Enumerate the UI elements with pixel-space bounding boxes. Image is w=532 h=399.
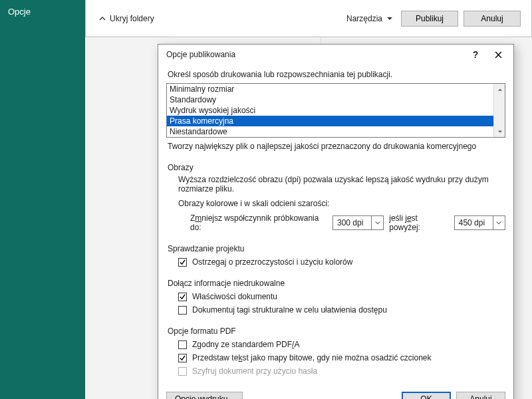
doc-properties-label: Właściwości dokumentu	[192, 292, 277, 301]
chevron-up-icon	[99, 15, 106, 22]
downsample-dpi-combo[interactable]: 300 dpi	[332, 215, 384, 230]
quality-listbox[interactable]: Minimalny rozmiarStandardowyWydruk wysok…	[166, 83, 505, 138]
ok-button[interactable]: OK	[402, 392, 451, 399]
publish-button[interactable]: Publikuj	[401, 11, 458, 27]
section-obrazy-header: Obrazy	[168, 163, 504, 172]
obrazy-intro: Wyższa rozdzielczość obrazu (dpi) pozwal…	[178, 175, 505, 194]
checkbox-icon	[178, 367, 187, 376]
encrypt-label: Szyfruj dokument przy użyciu hasła	[192, 366, 317, 376]
warn-transparency-label: Ostrzegaj o przezroczystości i użyciu ko…	[192, 257, 352, 267]
listbox-scrollbar[interactable]	[493, 84, 505, 137]
downsample-label: Zmniejsz współczynnik próbkowania do:	[190, 213, 327, 232]
pdfa-checkbox[interactable]: Zgodny ze standardem PDF/A	[178, 340, 505, 349]
encrypt-checkbox: Szyfruj dokument przy użyciu hasła	[178, 366, 505, 376]
listbox-item[interactable]: Standardowy	[167, 94, 493, 105]
text-as-bitmap-label: Przedstaw tekst jako mapy bitowe, gdy ni…	[192, 353, 432, 362]
cancel-button[interactable]: Anuluj	[456, 392, 505, 399]
above-dpi-value: 450 dpi	[455, 218, 493, 227]
checkbox-icon	[178, 306, 187, 315]
pdfa-label: Zgodny ze standardem PDF/A	[192, 340, 299, 349]
obrazy-color-label: Obrazy kolorowe i w skali odcieni szaroś…	[178, 199, 505, 208]
section-niedruk-header: Dołącz informacje niedrukowalne	[168, 279, 504, 288]
listbox-item[interactable]: Wydruk wysokiej jakości	[167, 105, 493, 116]
quality-description: Tworzy największy plik o najlepszej jako…	[168, 142, 504, 151]
section-pdf-header: Opcje formatu PDF	[168, 327, 504, 336]
scroll-down-icon[interactable]	[494, 126, 505, 137]
backstage-item-opcje[interactable]: Opcje	[0, 0, 85, 23]
dialog-title: Opcje publikowania	[166, 50, 464, 59]
hide-folders-toggle[interactable]: Ukryj foldery	[99, 14, 346, 23]
above-label: jeśli jest powyżej:	[389, 213, 448, 232]
listbox-item[interactable]: Prasa komercyjna	[167, 116, 493, 126]
cancel-button[interactable]: Anuluj	[464, 11, 521, 27]
section-projekt-header: Sprawdzanie projektu	[168, 244, 504, 253]
doc-properties-checkbox[interactable]: Właściwości dokumentu	[178, 292, 505, 301]
hide-folders-label: Ukryj foldery	[110, 14, 154, 23]
backstage-left-rail: Opcje	[0, 0, 85, 399]
checkbox-icon	[178, 293, 187, 301]
tools-label: Narzędzia	[346, 14, 382, 23]
downsample-dpi-value: 300 dpi	[333, 218, 371, 227]
checkbox-icon	[178, 354, 187, 362]
listbox-item[interactable]: Minimalny rozmiar	[167, 84, 493, 94]
listbox-item[interactable]: Niestandardowe	[167, 126, 493, 137]
checkbox-icon	[178, 340, 187, 349]
caret-down-icon	[493, 216, 505, 229]
close-button[interactable]	[487, 47, 509, 63]
above-dpi-combo[interactable]: 450 dpi	[454, 215, 505, 230]
close-icon	[495, 51, 502, 59]
warn-transparency-checkbox[interactable]: Ostrzegaj o przezroczystości i użyciu ko…	[178, 257, 505, 267]
dialog-titlebar: Opcje publikowania ?	[158, 45, 513, 65]
caret-down-icon	[386, 15, 393, 22]
tools-dropdown[interactable]: Narzędzia	[346, 14, 393, 23]
text-as-bitmap-checkbox[interactable]: Przedstaw tekst jako mapy bitowe, gdy ni…	[178, 353, 505, 362]
prompt-text: Określ sposób drukowania lub rozpowszech…	[168, 70, 504, 79]
checkbox-icon	[178, 258, 187, 267]
print-options-button[interactable]: Opcje wydruku...	[166, 392, 243, 399]
help-button[interactable]: ?	[464, 47, 487, 63]
dialog-footer: Opcje wydruku... OK Anuluj	[158, 384, 513, 399]
caret-down-icon	[371, 216, 383, 229]
scroll-up-icon[interactable]	[494, 84, 505, 95]
publish-options-dialog: Opcje publikowania ? Określ sposób druko…	[158, 44, 514, 399]
structural-tags-label: Dokumentuj tagi strukturalne w celu ułat…	[192, 305, 387, 315]
save-dialog-footer: Ukryj foldery Narzędzia Publikuj Anuluj	[85, 0, 532, 37]
structural-tags-checkbox[interactable]: Dokumentuj tagi strukturalne w celu ułat…	[178, 305, 505, 315]
